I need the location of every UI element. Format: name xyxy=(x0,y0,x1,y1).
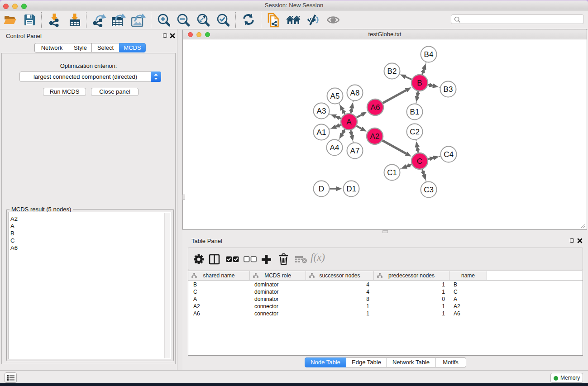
svg-text:A: A xyxy=(346,118,352,126)
svg-text:C4: C4 xyxy=(444,150,454,159)
svg-text:A4: A4 xyxy=(330,143,339,152)
svg-text:A1: A1 xyxy=(317,128,326,137)
svg-text:A2: A2 xyxy=(370,132,380,141)
svg-text:C1: C1 xyxy=(387,168,397,177)
svg-text:A8: A8 xyxy=(350,89,360,97)
svg-text:C3: C3 xyxy=(424,186,434,194)
svg-text:A5: A5 xyxy=(330,92,340,100)
svg-text:D: D xyxy=(319,185,324,193)
svg-text:A6: A6 xyxy=(371,103,380,112)
svg-text:C: C xyxy=(417,157,422,166)
svg-text:B3: B3 xyxy=(444,85,453,94)
svg-text:B1: B1 xyxy=(410,108,420,116)
svg-text:B2: B2 xyxy=(387,67,397,76)
svg-text:B: B xyxy=(417,79,422,87)
svg-text:A3: A3 xyxy=(317,107,326,115)
svg-text:C2: C2 xyxy=(410,128,420,136)
svg-text:D1: D1 xyxy=(346,185,356,193)
svg-text:A7: A7 xyxy=(350,147,360,155)
svg-text:B4: B4 xyxy=(424,50,434,59)
